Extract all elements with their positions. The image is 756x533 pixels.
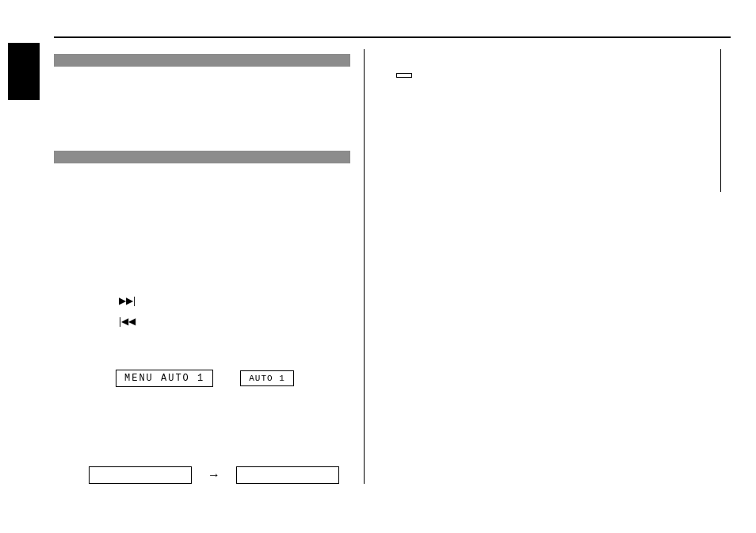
section-heading-bar-1	[54, 54, 350, 67]
top-rule	[54, 36, 731, 38]
gap	[54, 327, 354, 363]
prev-track-icon: |◀◀	[119, 316, 136, 327]
flow-box-1	[89, 466, 192, 484]
prev-track-row: |◀◀	[119, 316, 354, 327]
section1-body-spacer	[54, 75, 354, 146]
arrow-right-icon: →	[208, 469, 220, 481]
lcd-auto-small: AUTO 1	[240, 370, 294, 386]
right-column-inner	[396, 49, 721, 192]
right-column	[365, 49, 721, 484]
two-column-layout: ▶▶| |◀◀ MENU AUTO 1 AUTO 1 →	[54, 49, 731, 484]
lcd-display-row: MENU AUTO 1 AUTO 1	[116, 370, 354, 387]
next-track-icon: ▶▶|	[119, 295, 136, 306]
page-edge-tab	[8, 43, 40, 100]
lcd-menu-auto: MENU AUTO 1	[116, 370, 213, 387]
flow-box-2	[236, 466, 339, 484]
left-column: ▶▶| |◀◀ MENU AUTO 1 AUTO 1 →	[54, 49, 365, 484]
right-gap-top	[396, 49, 712, 73]
section2-body-spacer	[54, 171, 354, 290]
blank-key-icon	[396, 73, 412, 78]
next-track-row: ▶▶|	[119, 295, 354, 306]
step-flow-row: →	[89, 466, 354, 484]
key-reference-row	[396, 73, 712, 78]
page-body: ▶▶| |◀◀ MENU AUTO 1 AUTO 1 →	[54, 36, 731, 484]
section-heading-bar-2	[54, 151, 350, 163]
